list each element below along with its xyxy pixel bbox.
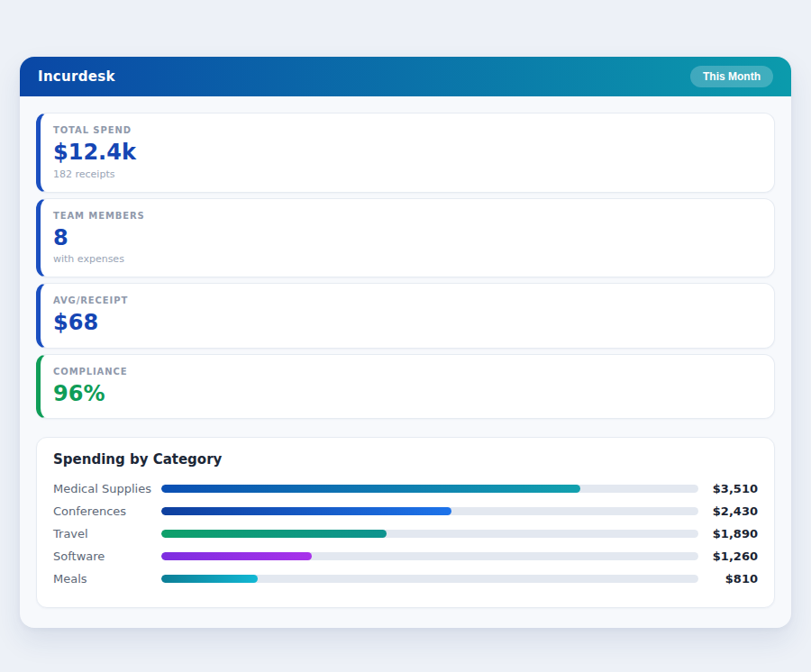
category-value: $1,890 (706, 527, 758, 540)
stat-value: $68 (53, 311, 760, 336)
category-value: $2,430 (706, 504, 758, 518)
category-label: Meals (53, 572, 161, 586)
category-value: $810 (706, 572, 758, 586)
period-badge[interactable]: This Month (690, 66, 773, 87)
stat-card-team-members: TEAM MEMBERS 8 with expenses (36, 198, 775, 278)
category-label: Medical Supplies (53, 482, 161, 495)
category-label: Software (53, 549, 161, 563)
category-label: Conferences (53, 504, 161, 518)
stat-card-total-spend: TOTAL SPEND $12.4k 182 receipts (36, 113, 775, 193)
chart-row-meals: Meals $810 (53, 568, 758, 590)
bar-fill (161, 552, 312, 560)
app-header: Incurdesk This Month (20, 57, 791, 96)
spending-by-category-card: Spending by Category Medical Supplies $3… (36, 437, 775, 608)
stat-value: 96% (53, 382, 760, 407)
bar-fill (161, 485, 580, 493)
stat-label: AVG/RECEIPT (53, 295, 760, 305)
chart-row-travel: Travel $1,890 (53, 522, 758, 545)
page: Incurdesk This Month TOTAL SPEND $12.4k … (0, 0, 811, 628)
stat-subtitle: 182 receipts (53, 168, 760, 180)
stat-value: 8 (53, 226, 760, 251)
chart-row-conferences: Conferences $2,430 (53, 500, 758, 522)
bar-track (161, 507, 698, 515)
bar-fill (161, 575, 258, 583)
stat-label: TEAM MEMBERS (53, 211, 760, 221)
stat-label: COMPLIANCE (53, 367, 760, 377)
stat-value: $12.4k (53, 141, 760, 166)
chart-row-medical-supplies: Medical Supplies $3,510 (53, 477, 758, 500)
bar-track (161, 575, 698, 583)
stat-label: TOTAL SPEND (53, 125, 760, 135)
stat-card-avg-receipt: AVG/RECEIPT $68 (36, 283, 775, 349)
stat-subtitle: with expenses (53, 253, 760, 265)
bar-fill (161, 507, 451, 515)
stat-card-compliance: COMPLIANCE 96% (36, 354, 775, 420)
chart-title: Spending by Category (53, 451, 758, 468)
dashboard-body: TOTAL SPEND $12.4k 182 receipts TEAM MEM… (20, 96, 791, 628)
bar-track (161, 485, 698, 493)
app-title: Incurdesk (38, 68, 115, 85)
category-value: $1,260 (706, 549, 758, 563)
dashboard-container: Incurdesk This Month TOTAL SPEND $12.4k … (20, 57, 791, 628)
bar-track (161, 552, 698, 560)
bar-track (161, 530, 698, 538)
category-label: Travel (53, 527, 161, 540)
category-value: $3,510 (706, 482, 758, 495)
bar-fill (161, 530, 387, 538)
chart-row-software: Software $1,260 (53, 545, 758, 568)
